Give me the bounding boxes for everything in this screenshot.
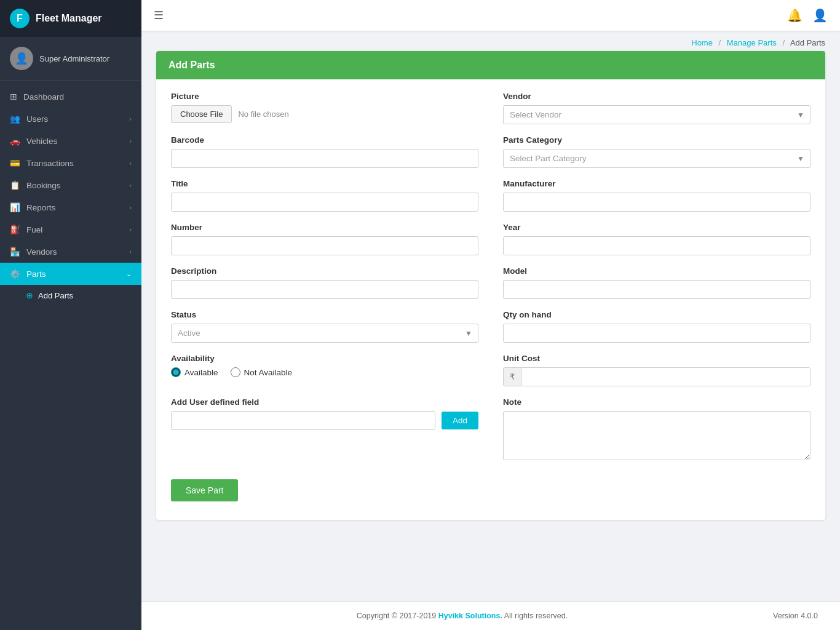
sidebar: F Fleet Manager 👤 Super Administrator ⊞ … — [0, 0, 141, 630]
barcode-input[interactable] — [171, 149, 478, 168]
sidebar-item-dashboard[interactable]: ⊞ Dashboard — [0, 86, 141, 108]
bookings-icon: 📋 — [10, 180, 20, 190]
vendor-label: Vendor — [503, 92, 810, 101]
sidebar-item-label: Users — [26, 114, 48, 124]
breadcrumb-manage-parts[interactable]: Manage Parts — [727, 38, 777, 47]
title-input[interactable] — [171, 193, 478, 212]
sidebar-item-label: Bookings — [26, 181, 61, 190]
sidebar-item-parts[interactable]: ⚙️ Parts ⌄ — [0, 263, 141, 285]
transactions-icon: 💳 — [10, 158, 20, 168]
sidebar-item-users[interactable]: 👥 Users › — [0, 108, 141, 130]
qty-label: Qty on hand — [503, 310, 810, 319]
available-radio[interactable] — [171, 367, 181, 377]
manufacturer-input[interactable] — [503, 193, 810, 212]
qty-input[interactable] — [503, 324, 810, 343]
not-available-radio-item[interactable]: Not Available — [231, 367, 293, 377]
unit-cost-input[interactable] — [521, 368, 810, 386]
description-label: Description — [171, 266, 478, 276]
sidebar-header: F Fleet Manager — [0, 0, 141, 37]
sidebar-item-reports[interactable]: 📊 Reports › — [0, 196, 141, 218]
chevron-right-icon: › — [129, 248, 132, 255]
sidebar-item-label: Parts — [26, 269, 46, 279]
availability-group: Availability Available Not Available — [171, 354, 478, 386]
description-input[interactable] — [171, 280, 478, 299]
version-text: Version 4.0.0 — [773, 612, 830, 620]
year-label: Year — [503, 223, 810, 232]
vendor-group: Vendor Select Vendor ▼ — [503, 92, 810, 124]
year-input[interactable] — [503, 236, 810, 255]
sidebar-item-label: Reports — [26, 203, 55, 212]
title-label: Title — [171, 179, 478, 188]
separator: / — [719, 38, 721, 47]
choose-file-button[interactable]: Choose File — [171, 105, 232, 123]
model-input[interactable] — [503, 280, 810, 299]
description-group: Description — [171, 266, 478, 299]
no-file-text: No file chosen — [238, 110, 288, 119]
sidebar-item-vehicles[interactable]: 🚗 Vehicles › — [0, 130, 141, 152]
number-input[interactable] — [171, 236, 478, 255]
breadcrumb-current: Add Parts — [790, 38, 825, 47]
username: Super Administrator — [39, 54, 109, 63]
parts-category-group: Parts Category Select Part Category ▼ — [503, 135, 810, 168]
status-label: Status — [171, 310, 478, 319]
sidebar-item-transactions[interactable]: 💳 Transactions › — [0, 152, 141, 174]
subitem-label: Add Parts — [38, 291, 73, 300]
note-group: Note — [503, 397, 810, 462]
note-textarea[interactable] — [503, 411, 810, 460]
content-area: Add Parts Picture Choose File No file ch… — [141, 51, 840, 535]
chevron-right-icon: › — [129, 226, 132, 233]
parts-category-select-wrapper: Select Part Category ▼ — [503, 149, 810, 168]
currency-prefix: ₹ — [504, 368, 521, 386]
add-user-field-button[interactable]: Add — [442, 412, 478, 429]
available-radio-item[interactable]: Available — [171, 367, 218, 377]
sidebar-item-label: Fuel — [26, 225, 42, 234]
status-select[interactable]: Active Inactive — [171, 324, 478, 343]
card-body: Picture Choose File No file chosen Vendo… — [156, 79, 825, 520]
form-grid: Picture Choose File No file chosen Vendo… — [171, 92, 810, 473]
model-group: Model — [503, 266, 810, 299]
chevron-right-icon: › — [129, 159, 132, 167]
sidebar-nav: ⊞ Dashboard 👥 Users › 🚗 Vehicles › 💳 Tra… — [0, 81, 141, 630]
picture-group: Picture Choose File No file chosen — [171, 92, 478, 124]
fuel-icon: ⛽ — [10, 225, 20, 234]
unit-cost-label: Unit Cost — [503, 354, 810, 363]
note-label: Note — [503, 397, 810, 407]
number-label: Number — [171, 223, 478, 232]
user-field-row: Add — [171, 411, 478, 430]
not-available-radio[interactable] — [231, 367, 240, 377]
model-label: Model — [503, 266, 810, 276]
user-field-input[interactable] — [171, 411, 435, 430]
sidebar-item-label: Dashboard — [23, 92, 64, 102]
breadcrumb-home[interactable]: Home — [691, 38, 713, 47]
year-group: Year — [503, 223, 810, 255]
file-upload-row: Choose File No file chosen — [171, 105, 478, 123]
vendors-icon: 🏪 — [10, 247, 20, 257]
save-part-button[interactable]: Save Part — [171, 479, 238, 501]
save-row: Save Part — [171, 473, 810, 501]
parts-category-select[interactable]: Select Part Category — [503, 149, 810, 168]
user-account-icon[interactable]: 👤 — [812, 8, 828, 23]
bell-icon[interactable]: 🔔 — [787, 8, 802, 23]
separator: / — [782, 38, 785, 47]
status-group: Status Active Inactive ▼ — [171, 310, 478, 343]
sidebar-item-vendors[interactable]: 🏪 Vendors › — [0, 241, 141, 263]
title-group: Title — [171, 179, 478, 212]
availability-radio-group: Available Not Available — [171, 367, 478, 377]
footer: Copyright © 2017-2019 Hyvikk Solutions. … — [141, 601, 840, 630]
sidebar-subitem-add-parts[interactable]: ⊕ Add Parts — [0, 285, 141, 306]
sidebar-item-label: Vehicles — [26, 137, 57, 146]
unit-cost-wrapper: ₹ — [503, 367, 810, 386]
chevron-right-icon: › — [129, 181, 132, 189]
card-title: Add Parts — [168, 60, 215, 70]
sidebar-user: 👤 Super Administrator — [0, 37, 141, 81]
hamburger-icon[interactable]: ☰ — [154, 9, 164, 22]
picture-label: Picture — [171, 92, 478, 101]
availability-label: Availability — [171, 354, 478, 363]
vehicles-icon: 🚗 — [10, 136, 20, 146]
sidebar-item-fuel[interactable]: ⛽ Fuel › — [0, 218, 141, 241]
vendor-select[interactable]: Select Vendor — [503, 105, 810, 124]
status-select-wrapper: Active Inactive ▼ — [171, 324, 478, 343]
copyright-text: Copyright © 2017-2019 — [357, 612, 438, 620]
sidebar-item-bookings[interactable]: 📋 Bookings › — [0, 174, 141, 196]
manufacturer-label: Manufacturer — [503, 179, 810, 188]
